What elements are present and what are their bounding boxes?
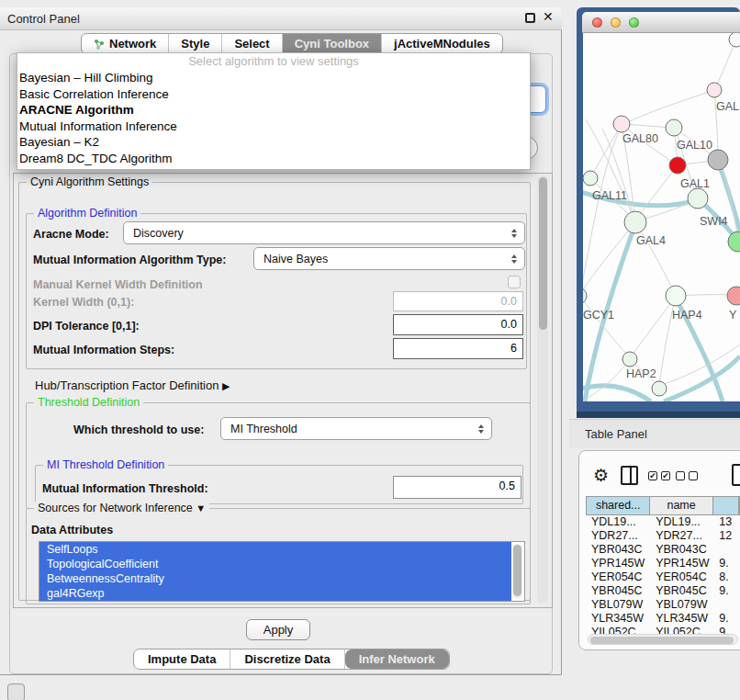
network-edge-thick[interactable] bbox=[664, 356, 740, 401]
table-row[interactable]: YER054CYER054C8. bbox=[586, 570, 740, 584]
network-edge[interactable] bbox=[637, 165, 678, 219]
tab-jactivemnodules[interactable]: jActiveMNodules bbox=[382, 34, 502, 53]
settings-gear-icon[interactable]: ⚙ bbox=[593, 465, 609, 486]
network-node-hap4[interactable] bbox=[666, 286, 686, 306]
bottom-tab-discretize-data[interactable]: Discretize Data bbox=[230, 649, 344, 669]
network-node[interactable] bbox=[652, 381, 667, 396]
deselect-all-checkboxes-icon[interactable] bbox=[689, 471, 698, 480]
network-node-swi4[interactable] bbox=[688, 188, 708, 209]
mi-threshold-field[interactable]: 0.5 bbox=[393, 476, 521, 499]
table-cell: YBL079W bbox=[650, 598, 713, 612]
cyni-algorithm-settings-title: Cyni Algorithm Settings bbox=[27, 175, 152, 188]
table-row[interactable]: YBL079WYBL079W bbox=[586, 598, 740, 612]
table-cell: YDL19... bbox=[650, 515, 713, 529]
network-edge[interactable] bbox=[583, 126, 622, 294]
network-canvas[interactable]: GALGAL80GAL10GAL1GAL11SWI4GAL4GCY1HAP4YH… bbox=[583, 33, 740, 401]
table-row[interactable]: YLR345WYLR345W9. bbox=[586, 612, 740, 626]
deselect-all-checkboxes-icon[interactable] bbox=[676, 471, 685, 480]
table-cell: YLR345W bbox=[586, 612, 650, 626]
network-window-titlebar[interactable] bbox=[582, 12, 740, 33]
algorithm-dropdown-prompt: Select algorithm to view settings bbox=[17, 53, 530, 70]
column-header-name[interactable]: name bbox=[650, 497, 712, 514]
sources-title[interactable]: Sources for Network Inference ▼ bbox=[34, 502, 209, 514]
manual-kernel-width-checkbox[interactable] bbox=[508, 276, 521, 288]
minimize-traffic-light-icon[interactable] bbox=[611, 17, 621, 28]
tab-style[interactable]: Style bbox=[169, 34, 222, 53]
aracne-mode-combobox[interactable]: Discovery bbox=[123, 221, 525, 244]
mi-algorithm-type-combobox[interactable]: Naive Bayes bbox=[253, 247, 525, 270]
network-node-gal11[interactable] bbox=[583, 171, 598, 186]
chevron-down-icon: ▼ bbox=[196, 502, 206, 514]
algorithm-option[interactable]: Bayesian – K2 bbox=[17, 134, 530, 151]
algorithm-option[interactable]: Dream8 DC_TDC Algorithm bbox=[17, 151, 530, 167]
data-attribute-item[interactable]: SelfLoops bbox=[39, 542, 511, 557]
network-node-y[interactable] bbox=[727, 287, 740, 305]
which-threshold-combobox[interactable]: MI Threshold bbox=[220, 417, 492, 440]
tab-label: Style bbox=[181, 37, 209, 51]
network-node-gal1[interactable] bbox=[669, 157, 686, 174]
table-cell: YBR043C bbox=[650, 543, 713, 557]
network-node-gcy1[interactable] bbox=[583, 288, 587, 304]
close-traffic-light-icon[interactable] bbox=[592, 17, 602, 28]
tab-cyni-toolbox[interactable]: Cyni Toolbox bbox=[283, 34, 382, 53]
column-header[interactable] bbox=[713, 497, 739, 514]
table-row[interactable]: YBR043CYBR043C bbox=[586, 543, 740, 557]
network-node[interactable] bbox=[729, 33, 740, 47]
data-attribute-item[interactable]: BetweennessCentrality bbox=[39, 571, 511, 586]
data-attribute-item[interactable]: TopologicalCoefficient bbox=[39, 557, 511, 571]
algorithm-option[interactable]: Mutual Information Inference bbox=[17, 119, 530, 135]
algorithm-option[interactable]: ARACNE Algorithm bbox=[17, 102, 530, 119]
zoom-traffic-light-icon[interactable] bbox=[629, 17, 639, 28]
table-cell: YBR045C bbox=[586, 584, 650, 598]
network-edge-thick[interactable] bbox=[583, 386, 651, 401]
network-edge[interactable] bbox=[583, 222, 635, 294]
sources-title-label: Sources for Network Inference bbox=[38, 502, 193, 514]
network-node-hap2[interactable] bbox=[622, 352, 637, 367]
apply-button[interactable]: Apply bbox=[246, 619, 310, 640]
algorithm-definition-title: Algorithm Definition bbox=[34, 207, 140, 220]
table-document-icon[interactable] bbox=[732, 464, 740, 486]
network-edge[interactable] bbox=[635, 222, 674, 292]
network-edge[interactable] bbox=[583, 296, 628, 356]
algorithm-option[interactable]: Bayesian – Hill Climbing bbox=[17, 70, 530, 86]
bottom-tab-infer-network[interactable]: Infer Network bbox=[345, 649, 449, 669]
hub-definition-toggle[interactable]: Hub/Transcription Factor Definition ▶ bbox=[35, 378, 230, 392]
data-attributes-list[interactable]: SelfLoopsTopologicalCoefficientBetweenne… bbox=[39, 541, 525, 602]
close-icon[interactable]: ✕ bbox=[543, 9, 554, 24]
table-cell: YBL079W bbox=[586, 598, 650, 612]
node-label: GAL bbox=[716, 100, 739, 113]
algorithm-option[interactable]: Basic Correlation Inference bbox=[17, 86, 530, 103]
settings-scrollbar-thumb[interactable] bbox=[539, 177, 547, 330]
node-label: Y bbox=[729, 309, 737, 322]
table-row[interactable]: YDR27...YDR27...12 bbox=[586, 529, 740, 543]
minimized-panel-icon[interactable] bbox=[7, 683, 25, 700]
table-row[interactable]: YPR145WYPR145W9. bbox=[586, 557, 740, 570]
dpi-tolerance-field[interactable]: 0.0 bbox=[393, 314, 523, 335]
tab-label: Network bbox=[109, 37, 156, 51]
attributes-list-scrollbar[interactable] bbox=[512, 544, 522, 599]
tab-network[interactable]: Network bbox=[82, 34, 169, 53]
network-edge[interactable] bbox=[624, 90, 714, 124]
bottom-tab-impute-data[interactable]: Impute Data bbox=[134, 649, 230, 669]
network-node-gal4[interactable] bbox=[624, 211, 646, 233]
split-columns-icon[interactable] bbox=[621, 466, 638, 485]
table-row[interactable]: YDL19...YDL19...13 bbox=[586, 515, 740, 529]
network-node[interactable] bbox=[708, 150, 728, 170]
aracne-mode-value: Discovery bbox=[133, 227, 184, 240]
select-all-checkboxes-icon[interactable]: ✔ bbox=[661, 471, 670, 480]
table-cell: 9. bbox=[713, 557, 740, 570]
select-all-checkboxes-icon[interactable]: ✔ bbox=[648, 471, 657, 480]
network-node-gal10[interactable] bbox=[666, 119, 682, 136]
aracne-mode-label: Aracne Mode: bbox=[33, 228, 109, 241]
float-window-icon[interactable] bbox=[525, 13, 535, 23]
tab-select[interactable]: Select bbox=[222, 34, 282, 53]
column-header-shared[interactable]: shared... bbox=[587, 497, 650, 514]
mi-steps-field[interactable]: 6 bbox=[393, 338, 523, 359]
table-row[interactable]: YBR045CYBR045C9. bbox=[586, 584, 740, 598]
data-attribute-item[interactable]: gal4RGexp bbox=[39, 586, 511, 601]
network-node-gal[interactable] bbox=[707, 83, 722, 97]
network-edge[interactable] bbox=[714, 40, 736, 90]
chevron-right-icon: ▶ bbox=[222, 380, 230, 391]
table-horizontal-scrollbar[interactable] bbox=[588, 634, 738, 645]
network-node-gal80[interactable] bbox=[613, 116, 630, 132]
